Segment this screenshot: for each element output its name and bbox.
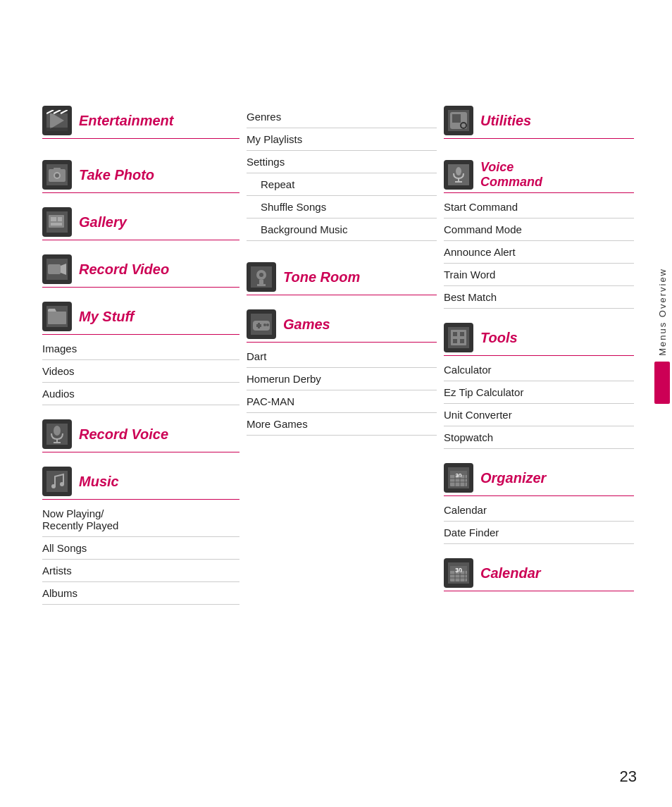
utilities-icon (444, 106, 473, 135)
ez-tip-calculator-item: Ez Tip Calculator (444, 381, 634, 404)
sidebar-label: Menus Overview (657, 268, 668, 356)
record-video-icon (42, 254, 72, 284)
games-title: Games (283, 316, 330, 333)
record-voice-header: Record Voice (42, 419, 239, 452)
sidebar-tab: Menus Overview (652, 268, 672, 404)
voice-command-icon (444, 160, 473, 190)
entertainment-icon (42, 106, 72, 135)
utilities-header: Utilities (444, 106, 634, 139)
svg-point-43 (461, 123, 466, 128)
calendar-header: 30 Calendar (444, 558, 634, 591)
music-title: Music (79, 474, 119, 490)
column-2: Genres My Playlists Settings Repeat Shuf… (239, 106, 437, 605)
svg-rect-18 (48, 264, 61, 274)
organizer-title: Organizer (480, 470, 546, 486)
games-header: Games (247, 309, 437, 343)
entertainment-header: Entertainment (42, 106, 239, 139)
utilities-title: Utilities (480, 113, 531, 129)
record-voice-title: Record Voice (79, 426, 168, 443)
music-now-playing: Now Playing/ Recently Played (42, 503, 239, 537)
svg-rect-11 (54, 168, 61, 171)
calendar-title: Calendar (480, 565, 541, 581)
tools-title: Tools (480, 330, 518, 346)
svg-rect-26 (46, 471, 68, 492)
svg-rect-53 (453, 339, 457, 343)
svg-point-28 (60, 482, 64, 486)
tools-header: Tools (444, 323, 634, 356)
calendar-icon: 30 (444, 558, 473, 588)
record-video-title: Record Video (79, 261, 169, 278)
background-music-item: Background Music (247, 218, 437, 241)
train-word-item: Train Word (444, 264, 634, 286)
svg-point-23 (54, 426, 61, 436)
take-photo-icon (42, 160, 72, 190)
take-photo-header: Take Photo (42, 160, 239, 193)
music-all-songs: All Songs (42, 537, 239, 560)
record-voice-icon (42, 419, 72, 449)
svg-point-10 (55, 173, 59, 178)
svg-rect-21 (48, 312, 66, 324)
music-header: Music (42, 467, 239, 500)
command-mode-item: Command Mode (444, 218, 634, 241)
calendar-sub-item: Calendar (444, 499, 634, 522)
svg-point-38 (263, 324, 266, 326)
tools-icon (444, 323, 473, 352)
stopwatch-item: Stopwatch (444, 426, 634, 449)
my-stuff-images: Images (42, 338, 239, 360)
svg-rect-33 (257, 284, 266, 286)
svg-rect-14 (51, 217, 56, 221)
take-photo-title: Take Photo (79, 167, 154, 183)
my-stuff-audios: Audios (42, 383, 239, 405)
best-match-item: Best Match (444, 286, 634, 309)
organizer-icon: 30 (444, 463, 473, 493)
svg-rect-54 (460, 339, 464, 343)
organizer-header: 30 Organizer (444, 463, 634, 496)
my-stuff-videos: Videos (42, 360, 239, 383)
column-3: Utilities VoiceCommand Start Command Com… (437, 106, 634, 605)
my-stuff-header: My Stuff (42, 302, 239, 335)
svg-point-46 (456, 167, 461, 175)
tone-room-title: Tone Room (283, 269, 360, 285)
page-number: 23 (620, 768, 637, 786)
svg-rect-16 (51, 223, 62, 226)
svg-rect-44 (452, 114, 461, 123)
svg-rect-15 (58, 217, 62, 221)
more-games-item: More Games (247, 413, 437, 436)
tone-room-header: Tone Room (247, 262, 437, 295)
calculator-item: Calculator (444, 359, 634, 381)
my-stuff-title: My Stuff (79, 309, 135, 325)
svg-rect-51 (453, 332, 457, 336)
record-video-header: Record Video (42, 254, 239, 288)
shuffle-songs-item: Shuffle Songs (247, 196, 437, 218)
my-playlists-item: My Playlists (247, 128, 437, 151)
sidebar-bar (654, 362, 670, 404)
pac-man-item: PAC-MAN (247, 390, 437, 413)
gallery-title: Gallery (79, 214, 127, 230)
entertainment-title: Entertainment (79, 113, 173, 129)
start-command-item: Start Command (444, 196, 634, 218)
svg-rect-52 (460, 332, 464, 336)
column-1: Entertainment Take Photo (42, 106, 239, 605)
dart-item: Dart (247, 345, 437, 368)
music-artists: Artists (42, 560, 239, 582)
svg-rect-37 (256, 324, 261, 327)
gallery-header: Gallery (42, 207, 239, 240)
homerun-derby-item: Homerun Derby (247, 368, 437, 390)
music-icon (42, 467, 72, 496)
svg-rect-3 (46, 128, 68, 131)
music-albums: Albums (42, 582, 239, 605)
repeat-item: Repeat (247, 173, 437, 196)
voice-command-header: VoiceCommand (444, 160, 634, 193)
svg-text:30: 30 (455, 567, 462, 574)
svg-point-27 (51, 484, 56, 488)
announce-alert-item: Announce Alert (444, 241, 634, 264)
tone-room-icon (247, 262, 276, 292)
settings-item: Settings (247, 151, 437, 173)
genres-item: Genres (247, 106, 437, 128)
unit-converter-item: Unit Converter (444, 404, 634, 426)
svg-point-39 (266, 324, 269, 326)
games-icon (247, 309, 276, 339)
voice-command-title: VoiceCommand (480, 160, 542, 190)
date-finder-item: Date Finder (444, 522, 634, 544)
svg-text:30: 30 (456, 472, 462, 479)
